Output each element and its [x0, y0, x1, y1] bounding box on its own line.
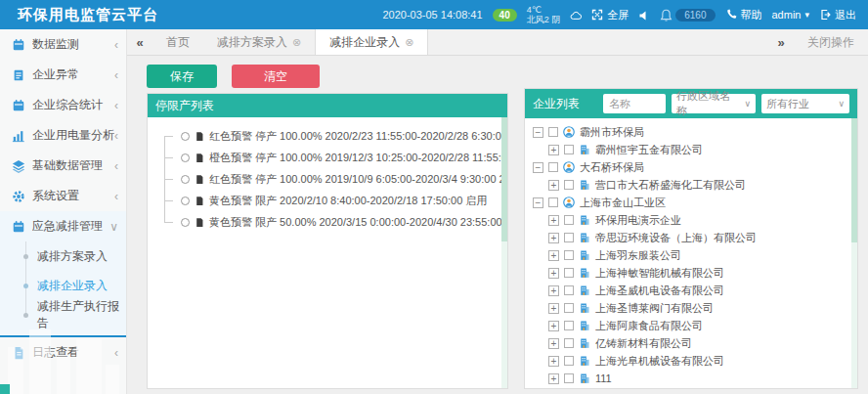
checkbox[interactable] [564, 180, 574, 190]
radio-button[interactable] [181, 132, 190, 141]
expand-icon[interactable]: + [548, 303, 559, 314]
sidebar-item-enterprise-stats[interactable]: 企业综合统计‹ [0, 90, 126, 120]
collapse-icon[interactable]: − [533, 127, 543, 138]
speaker-icon[interactable] [638, 8, 650, 21]
fullscreen-button[interactable]: 全屏 [591, 8, 629, 22]
list-item[interactable]: 红色预警 停产 100.00% 2019/10/9 6:05:00-2020/3… [157, 168, 503, 190]
checkbox[interactable] [564, 285, 574, 295]
tree-row[interactable]: −上海市金山工业区 [533, 194, 847, 211]
tree-row[interactable]: −霸州市环保局 [533, 123, 847, 141]
tree-row[interactable]: +111 [533, 370, 847, 387]
sidebar-item-log-view[interactable]: 日志查看‹ [0, 337, 126, 368]
checkbox[interactable] [564, 215, 574, 225]
list-item[interactable]: 黄色预警 限产 50.00% 2020/3/15 0:00:00-2020/4/… [157, 211, 503, 233]
expand-icon[interactable]: + [548, 233, 559, 243]
tree-row[interactable]: +营口市大石桥盛海化工有限公司 [533, 176, 847, 194]
sidebar-item-system-settings[interactable]: 系统设置‹ [0, 181, 126, 211]
company-icon [579, 320, 590, 331]
radio-button[interactable] [181, 197, 190, 205]
save-button[interactable]: 保存 [147, 65, 217, 88]
gear-icon [12, 190, 25, 203]
collapse-icon[interactable]: − [533, 162, 543, 173]
tree-row[interactable]: +亿铸新材料有限公司 [533, 334, 847, 352]
tree-row[interactable]: +上海圣博莱阀门有限公司 [533, 299, 847, 317]
sidebar-item-reduction-plan-entry[interactable]: 减排方案录入 [0, 241, 126, 271]
sidebar-item-reduction-report[interactable]: 减排生产执行报告 [0, 300, 126, 329]
name-search-input[interactable] [603, 94, 666, 113]
checkbox[interactable] [564, 233, 574, 242]
checkbox[interactable] [564, 356, 574, 366]
region-select[interactable]: 行政区域名称 ∨ [672, 94, 756, 113]
radio-button[interactable] [181, 153, 190, 162]
help-button[interactable]: 帮助 [725, 8, 762, 22]
checkbox[interactable] [564, 145, 574, 154]
expand-icon[interactable]: + [548, 250, 559, 261]
report-icon [12, 68, 25, 82]
phone-icon [725, 9, 737, 21]
close-operations-button[interactable]: 关闭操作 [794, 34, 868, 51]
sidebar-item-reduction-enterprise-entry[interactable]: 减排企业录入 [0, 271, 126, 300]
logout-button[interactable]: 退出 [819, 8, 856, 22]
expand-icon[interactable]: + [548, 338, 559, 349]
notification-button[interactable]: 6160 [660, 9, 715, 22]
sidebar-item-enterprise-abnormal[interactable]: 企业异常‹ [0, 60, 126, 90]
checkbox[interactable] [564, 321, 574, 330]
tree-row[interactable]: −大石桥环保局 [533, 158, 847, 176]
expand-icon[interactable]: + [548, 285, 559, 296]
expand-icon[interactable]: + [548, 268, 559, 279]
report-icon [12, 68, 25, 82]
bullet-icon [23, 284, 28, 288]
tabs-scroll-right-icon[interactable]: » [768, 35, 794, 50]
list-item[interactable]: 黄色预警 限产 2020/2/10 8:40:00-2020/2/18 17:5… [157, 190, 503, 211]
checkbox[interactable] [548, 127, 558, 137]
expand-icon[interactable]: + [548, 215, 559, 226]
list-item[interactable]: 橙色预警 停产 100.00% 2019/12/3 10:25:00-2020/… [157, 147, 503, 168]
checkbox[interactable] [548, 197, 558, 207]
scrollbar[interactable] [501, 117, 507, 388]
expand-icon[interactable]: + [548, 356, 559, 367]
industry-select[interactable]: 所有行业 ∨ [761, 94, 849, 113]
checkbox[interactable] [548, 162, 558, 172]
sidebar-item-label: 减排方案录入 [37, 248, 108, 265]
tree-row[interactable]: +环保用电演示企业 [533, 211, 847, 229]
tree-row[interactable]: +霸州恒宇五金有限公司 [533, 141, 847, 158]
expand-icon[interactable]: + [548, 373, 559, 384]
tree-row[interactable]: +上海光阜机械设备有限公司 [533, 352, 847, 370]
expand-icon[interactable]: + [548, 145, 559, 155]
tree-row[interactable]: +上海阿康食品有限公司 [533, 317, 847, 334]
tree-row[interactable]: +上海羽东服装公司 [533, 246, 847, 264]
checkbox[interactable] [564, 303, 574, 313]
sidebar-item-emergency-reduction[interactable]: 应急减排管理∨ [0, 211, 126, 241]
list-item[interactable]: 红色预警 停产 100.00% 2020/2/23 11:55:00-2020/… [157, 125, 503, 147]
bureau-icon [563, 161, 575, 173]
tab-reduction-plan-entry[interactable]: 减排方案录入⊗ [203, 29, 315, 55]
expand-icon[interactable]: + [548, 321, 559, 331]
expand-icon[interactable]: + [548, 180, 559, 191]
checkbox[interactable] [564, 268, 574, 278]
tabs-scroll-left-icon[interactable]: « [127, 29, 152, 55]
tab-home[interactable]: 首页 [152, 29, 203, 55]
app-header: 环保用电监管云平台 2020-03-05 14:08:41 40 4℃ 北风2 … [0, 0, 868, 29]
tree-node-label: 环保用电演示企业 [595, 213, 681, 228]
radio-button[interactable] [181, 175, 190, 184]
radio-button[interactable] [181, 218, 190, 227]
checkbox[interactable] [564, 373, 574, 383]
sidebar-item-base-data[interactable]: 基础数据管理‹ [0, 151, 126, 181]
sidebar-item-data-monitor[interactable]: 数据监测‹ [0, 29, 126, 60]
checkbox[interactable] [564, 250, 574, 260]
clear-button[interactable]: 清空 [232, 65, 320, 88]
collapse-icon[interactable]: − [533, 197, 543, 208]
checkbox[interactable] [564, 338, 574, 348]
tree-row[interactable]: +帝思迈环境设备（上海）有限公司 [533, 229, 847, 246]
user-menu[interactable]: admin ▾ [772, 9, 810, 21]
calendar-icon [12, 220, 25, 234]
sidebar-item-power-analysis[interactable]: 企业用电量分析‹ [0, 120, 126, 151]
close-icon[interactable]: ⊗ [292, 36, 301, 49]
close-icon[interactable]: ⊗ [405, 36, 413, 49]
tab-reduction-enterprise-entry[interactable]: 减排企业录入⊗ [315, 29, 428, 55]
tree-row[interactable]: +上海圣威机电设备有限公司 [533, 282, 847, 299]
tree-row[interactable]: +上海神敏智能机械有限公司 [533, 264, 847, 282]
tree-node-label: 大石桥环保局 [580, 160, 644, 175]
tree-row[interactable]: −上海安科瑞电气 [533, 387, 847, 388]
scrollbar[interactable] [851, 118, 857, 388]
